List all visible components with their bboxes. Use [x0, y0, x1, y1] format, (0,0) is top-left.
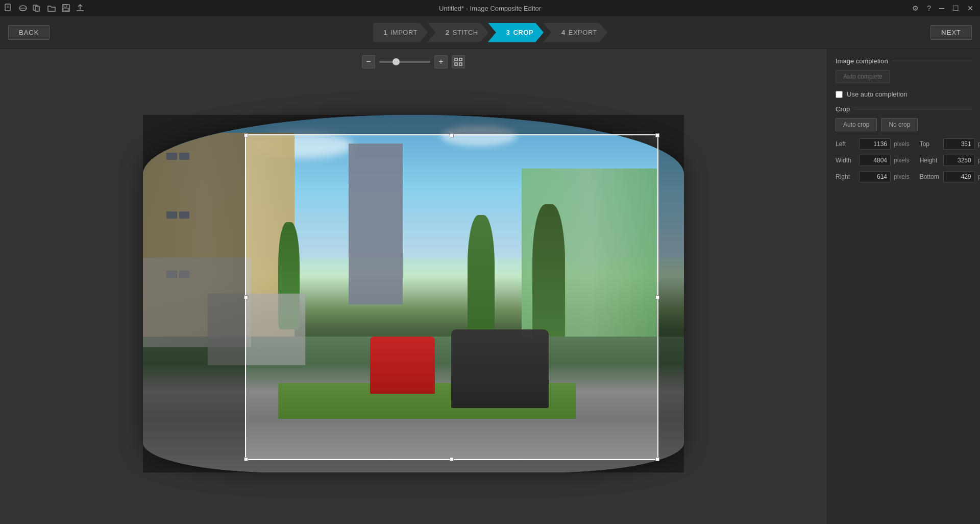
step-3-label: CROP: [513, 29, 533, 36]
bottom-field-row: Bottom pixels: [920, 171, 980, 182]
main: − +: [0, 49, 980, 524]
left-input[interactable]: [859, 138, 891, 150]
step-import[interactable]: 1 IMPORT: [373, 23, 428, 42]
crop-overlay-right: [658, 134, 684, 460]
crop-handle-bottom-center[interactable]: [450, 457, 454, 461]
titlebar-icons: [4, 4, 85, 13]
step-export[interactable]: 4 EXPORT: [543, 23, 607, 42]
svg-rect-12: [455, 63, 457, 65]
fit-button[interactable]: [452, 55, 465, 68]
zoom-out-button[interactable]: −: [362, 55, 375, 68]
fit-icon: [454, 58, 462, 66]
crop-buttons-row: Auto crop No crop: [836, 118, 972, 131]
titlebar-title: Untitled* - Image Composite Editor: [439, 5, 541, 12]
width-label: Width: [836, 157, 856, 164]
bottom-input[interactable]: [943, 171, 975, 182]
step-crop[interactable]: 3 CROP: [488, 23, 544, 42]
right-input[interactable]: [859, 171, 891, 182]
canvas-toolbar: − +: [362, 55, 465, 68]
bottom-unit: pixels: [978, 173, 980, 180]
bottom-label: Bottom: [920, 173, 940, 180]
svg-rect-9: [63, 8, 68, 11]
restore-icon[interactable]: ☐: [950, 3, 962, 13]
zoom-slider[interactable]: [379, 61, 430, 63]
svg-rect-10: [455, 58, 457, 61]
width-unit: pixels: [894, 157, 910, 164]
top-field-row: Top pixels: [920, 138, 980, 150]
crop-fields: Left pixels Top pixels Width pixels: [836, 138, 972, 182]
svg-rect-13: [459, 63, 462, 65]
left-label: Left: [836, 140, 856, 148]
pano-container: [143, 115, 684, 472]
left-unit: pixels: [894, 140, 910, 148]
use-auto-completion-row: Use auto completion: [836, 90, 972, 98]
settings-icon[interactable]: ⚙: [910, 3, 921, 13]
height-label: Height: [920, 157, 940, 164]
crop-section: Crop Auto crop No crop Left pixels Top p…: [836, 105, 972, 182]
crop-rectangle[interactable]: [245, 134, 658, 460]
top-unit: pixels: [978, 140, 980, 148]
publish-icon[interactable]: [76, 4, 85, 13]
titlebar: Untitled* - Image Composite Editor ⚙ ? ─…: [0, 0, 980, 16]
use-auto-completion-checkbox[interactable]: [836, 91, 843, 98]
batch-icon[interactable]: [33, 4, 42, 13]
crop-overlay-bottom: [143, 460, 684, 472]
step-stitch[interactable]: 2 STITCH: [427, 23, 488, 42]
height-unit: pixels: [978, 157, 980, 164]
crop-title: Crop: [836, 105, 972, 113]
image-completion-section: Image completion Auto complete Use auto …: [836, 57, 972, 98]
height-field-row: Height pixels: [920, 155, 980, 166]
crop-handle-middle-right[interactable]: [655, 295, 659, 299]
crop-handle-bottom-left[interactable]: [244, 457, 248, 461]
left-field-row: Left pixels: [836, 138, 910, 150]
new-icon[interactable]: [4, 4, 13, 13]
right-field-row: Right pixels: [836, 171, 910, 182]
top-label: Top: [920, 140, 940, 148]
right-unit: pixels: [894, 173, 910, 180]
titlebar-controls: ⚙ ? ─ ☐ ✕: [910, 3, 976, 13]
auto-complete-row: Auto complete: [836, 70, 972, 83]
close-icon[interactable]: ✕: [965, 3, 976, 13]
width-field-row: Width pixels: [836, 155, 910, 166]
next-button[interactable]: NEXT: [930, 25, 972, 40]
step-4-num: 4: [561, 29, 566, 36]
no-crop-button[interactable]: No crop: [881, 118, 918, 131]
minimize-icon[interactable]: ─: [937, 3, 947, 13]
step-2-num: 2: [446, 29, 450, 36]
crop-handle-top-left[interactable]: [244, 133, 248, 137]
back-button[interactable]: BACK: [8, 25, 50, 40]
width-input[interactable]: [859, 155, 891, 166]
svg-rect-6: [35, 6, 39, 11]
panorama-icon[interactable]: [18, 4, 28, 13]
step-1-label: IMPORT: [390, 29, 418, 36]
canvas-area[interactable]: − +: [0, 49, 827, 524]
open-icon[interactable]: [47, 4, 56, 13]
save-icon[interactable]: [61, 4, 70, 13]
crop-handle-top-center[interactable]: [450, 133, 454, 137]
navbar: BACK 1 IMPORT 2 STITCH 3 CROP 4 EXPORT N…: [0, 16, 980, 49]
step-1-num: 1: [383, 29, 387, 36]
use-auto-completion-label: Use auto completion: [847, 90, 908, 98]
step-2-label: STITCH: [453, 29, 478, 36]
step-3-num: 3: [506, 29, 510, 36]
svg-rect-11: [459, 58, 462, 61]
zoom-in-button[interactable]: +: [434, 55, 448, 68]
crop-overlay-top: [143, 115, 684, 134]
auto-crop-button[interactable]: Auto crop: [836, 118, 877, 131]
crop-overlay-left: [143, 134, 245, 460]
crop-handle-top-right[interactable]: [655, 133, 659, 137]
crop-handle-bottom-right[interactable]: [655, 457, 659, 461]
top-input[interactable]: [943, 138, 975, 150]
step-4-label: EXPORT: [569, 29, 597, 36]
steps: 1 IMPORT 2 STITCH 3 CROP 4 EXPORT: [373, 23, 607, 42]
right-label: Right: [836, 173, 856, 180]
image-completion-title: Image completion: [836, 57, 972, 65]
help-icon[interactable]: ?: [924, 3, 934, 13]
crop-handle-middle-left[interactable]: [244, 295, 248, 299]
auto-complete-button[interactable]: Auto complete: [836, 70, 890, 83]
right-panel: Image completion Auto complete Use auto …: [827, 49, 980, 524]
height-input[interactable]: [943, 155, 975, 166]
